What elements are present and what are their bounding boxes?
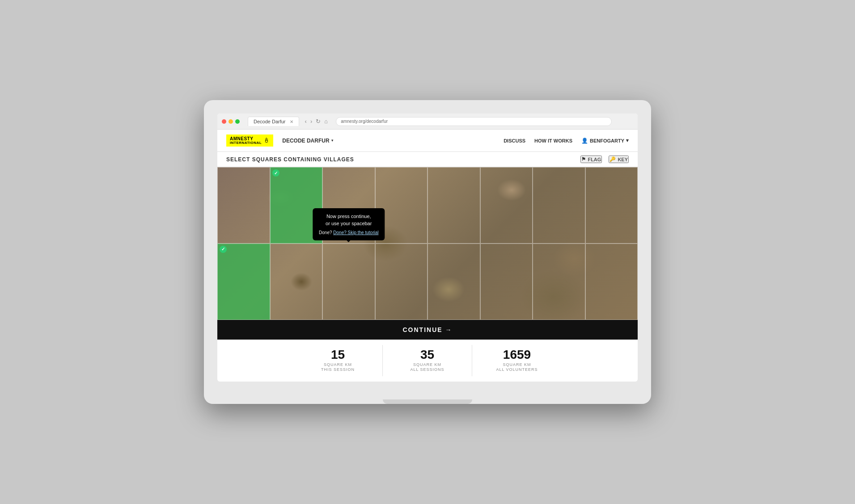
grid-cell-0[interactable] — [217, 167, 270, 244]
checkmark-icon: ✓ — [272, 169, 279, 176]
tutorial-tooltip: Now press continue, or use your spacebar… — [313, 208, 385, 240]
key-icon: 🔑 — [610, 156, 616, 162]
flag-button[interactable]: ⚑ FLAG — [580, 155, 602, 163]
grid-cell-6[interactable] — [533, 167, 585, 244]
screen: Decode Darfur ✕ ‹ › ↻ ⌂ amnesty.org/deco… — [217, 113, 638, 382]
continue-button[interactable]: CONTINUE → — [217, 320, 638, 340]
back-icon[interactable]: ‹ — [305, 118, 307, 125]
checkmark-icon-2: ✓ — [220, 246, 227, 253]
map-grid[interactable]: ✓ ✓ — [217, 167, 638, 320]
forward-icon[interactable]: › — [310, 118, 312, 125]
flag-icon: ⚑ — [581, 156, 586, 162]
map-actions: ⚑ FLAG 🔑 KEY — [580, 155, 629, 163]
main-content: SELECT SQUARES CONTAINING VILLAGES ⚑ FLA… — [217, 152, 638, 382]
address-bar[interactable]: amnesty.org/decodarfur — [336, 117, 612, 126]
grid-cell-11[interactable] — [375, 244, 428, 320]
skip-tutorial-link[interactable]: Done? Skip the tutorial — [333, 230, 378, 235]
candle-icon: 🕯 — [263, 137, 270, 144]
browser-chrome: Decode Darfur ✕ ‹ › ↻ ⌂ amnesty.org/deco… — [217, 113, 638, 130]
grid-cell-15[interactable] — [585, 244, 638, 320]
stat-label-0: SQUARE KMTHIS SESSION — [302, 362, 373, 373]
stats-row: 15 SQUARE KMTHIS SESSION 35 SQUARE KMALL… — [217, 340, 638, 382]
key-button[interactable]: 🔑 KEY — [609, 155, 629, 163]
stat-box-2: 1659 SQUARE KMALL VOLUNTEERS — [472, 345, 562, 376]
how-it-works-link[interactable]: HOW IT WORKS — [534, 138, 572, 143]
user-icon: 👤 — [581, 138, 588, 144]
decode-darfur-link[interactable]: DECODE DARFUR ▾ — [282, 138, 333, 144]
user-menu[interactable]: 👤 BENFOGARTY ▾ — [581, 138, 629, 144]
browser-tab[interactable]: Decode Darfur ✕ — [248, 117, 299, 126]
stat-label-1: SQUARE KMALL SESSIONS — [392, 362, 463, 373]
grid-cell-12[interactable] — [428, 244, 480, 320]
minimize-button[interactable] — [229, 119, 233, 124]
laptop-frame: Decode Darfur ✕ ‹ › ↻ ⌂ amnesty.org/deco… — [204, 100, 651, 404]
refresh-icon[interactable]: ↻ — [316, 118, 321, 125]
close-button[interactable] — [222, 119, 226, 124]
stat-number-1: 35 — [392, 349, 463, 361]
nav-links: DECODE DARFUR ▾ — [282, 138, 504, 144]
grid-cell-10[interactable]: Now press continue, or use your spacebar… — [322, 244, 375, 320]
nav-right: DISCUSS HOW IT WORKS 👤 BENFOGARTY ▾ — [504, 138, 629, 144]
home-icon[interactable]: ⌂ — [324, 118, 328, 125]
user-dropdown-icon: ▾ — [626, 138, 629, 143]
dropdown-arrow-icon: ▾ — [331, 139, 333, 143]
stat-label-2: SQUARE KMALL VOLUNTEERS — [481, 362, 553, 373]
map-instruction-title: SELECT SQUARES CONTAINING VILLAGES — [226, 156, 354, 163]
bottom-panel: CONTINUE → 15 SQUARE KMTHIS SESSION 35 S… — [217, 320, 638, 382]
grid-cell-5[interactable] — [480, 167, 533, 244]
maximize-button[interactable] — [235, 119, 240, 124]
stat-number-0: 15 — [302, 349, 373, 361]
logo-text-bottom: INTERNATIONAL — [230, 141, 262, 145]
stat-box-1: 35 SQUARE KMALL SESSIONS — [383, 345, 472, 376]
navbar: AMNESTY INTERNATIONAL 🕯 DECODE DARFUR ▾ … — [217, 130, 638, 152]
app: AMNESTY INTERNATIONAL 🕯 DECODE DARFUR ▾ … — [217, 130, 638, 382]
traffic-lights — [222, 119, 240, 124]
grid-cell-4[interactable] — [428, 167, 480, 244]
map-area[interactable]: ✓ ✓ — [217, 167, 638, 320]
amnesty-logo: AMNESTY INTERNATIONAL 🕯 — [226, 134, 273, 147]
grid-cell-14[interactable] — [533, 244, 585, 320]
stat-box-0: 15 SQUARE KMTHIS SESSION — [293, 345, 383, 376]
discuss-link[interactable]: DISCUSS — [504, 138, 525, 143]
grid-cell-13[interactable] — [480, 244, 533, 320]
grid-cell-7[interactable] — [585, 167, 638, 244]
logo-text-top: AMNESTY — [230, 136, 262, 141]
map-header: SELECT SQUARES CONTAINING VILLAGES ⚑ FLA… — [217, 152, 638, 167]
stat-number-2: 1659 — [481, 349, 553, 361]
browser-nav-icons: ‹ › ↻ ⌂ — [305, 118, 328, 125]
grid-cell-8[interactable]: ✓ — [217, 244, 270, 320]
grid-cell-9[interactable] — [270, 244, 323, 320]
